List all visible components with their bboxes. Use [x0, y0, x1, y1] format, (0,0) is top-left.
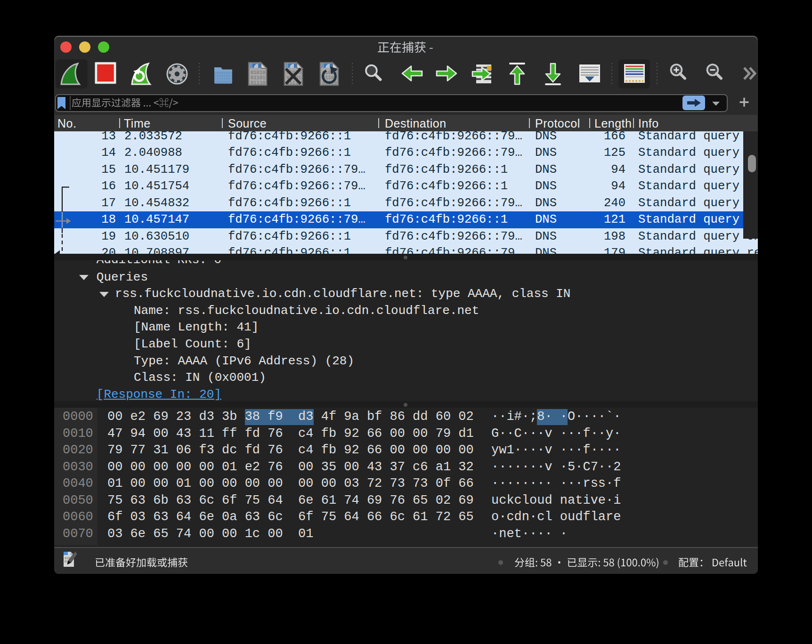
svg-text:01110: 01110: [251, 80, 266, 86]
